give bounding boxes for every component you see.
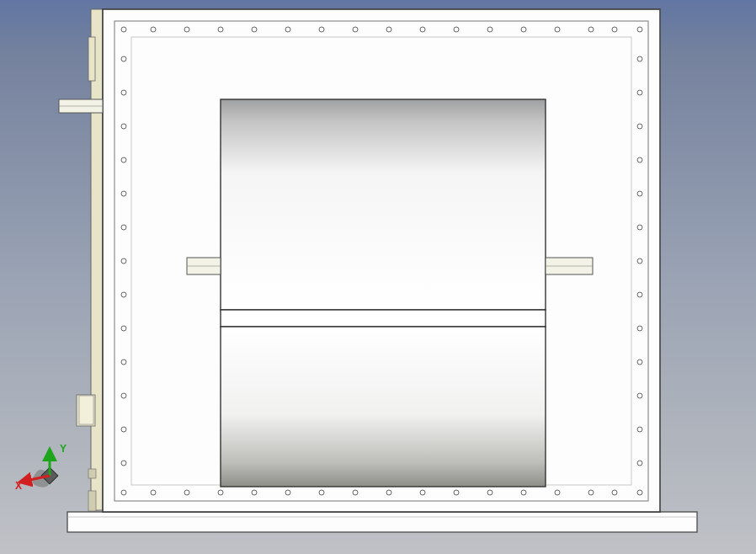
svg-rect-72 [221, 310, 546, 327]
svg-rect-6 [67, 512, 697, 532]
cad-model-view[interactable] [0, 0, 756, 554]
svg-rect-4 [88, 469, 96, 478]
svg-rect-73 [221, 327, 546, 487]
svg-rect-1 [88, 37, 95, 81]
cad-viewport[interactable]: X Y [0, 0, 756, 554]
svg-rect-5 [88, 491, 96, 511]
svg-rect-0 [91, 9, 103, 510]
svg-rect-71 [221, 99, 546, 310]
drum [221, 99, 546, 487]
orientation-triad[interactable]: X Y [19, 446, 77, 505]
svg-rect-3 [79, 396, 93, 424]
